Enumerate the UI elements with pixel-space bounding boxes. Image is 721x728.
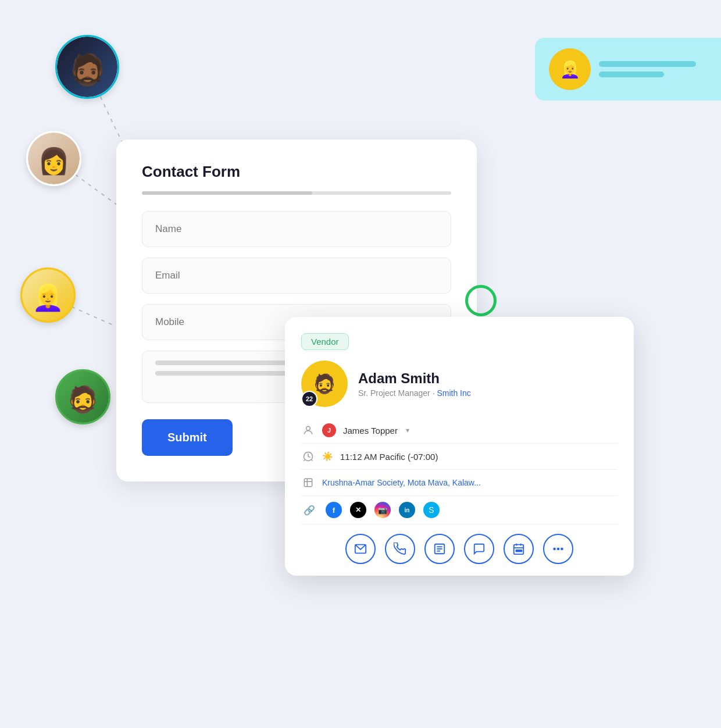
assignee-name: James Topper [343, 426, 398, 436]
profile-company: Smith Inc [437, 388, 470, 398]
avatar-person3: 👱‍♀️ [20, 267, 76, 323]
svg-rect-12 [516, 550, 517, 552]
message-action-button[interactable] [464, 534, 494, 564]
assignee-avatar: J [322, 423, 336, 437]
profile-badge: 22 [301, 391, 317, 407]
time-icon [301, 449, 315, 463]
assignee-chevron: ▾ [406, 426, 409, 434]
social-instagram-icon[interactable]: 📷 [374, 502, 391, 518]
avatar-person1: 🧔🏾 [55, 35, 119, 99]
profile-avatar-wrap: 🧔 22 [301, 361, 348, 407]
top-right-preview-card: 👱‍♀️ [535, 38, 721, 101]
svg-point-0 [306, 426, 310, 430]
submit-button[interactable]: Submit [142, 419, 233, 456]
social-link-icon[interactable]: 🔗 [301, 502, 317, 518]
profile-subtitle: Sr. Project Manager · Smith Inc [358, 388, 471, 398]
top-right-line-1 [599, 61, 696, 67]
social-skype-icon[interactable]: S [423, 502, 440, 518]
svg-rect-13 [518, 550, 520, 552]
action-buttons-row [301, 524, 618, 564]
contact-detail-card: Vendor 🧔 22 Adam Smith Sr. Project Manag… [285, 317, 634, 576]
social-x-icon[interactable]: ✕ [350, 502, 366, 518]
green-circle-decoration [465, 285, 497, 316]
social-linkedin-icon[interactable]: in [399, 502, 415, 518]
top-right-avatar: 👱‍♀️ [549, 48, 591, 90]
location-row: Krushna-Amar Society, Mota Mava, Kalaw..… [301, 470, 618, 496]
time-row: ☀️ 11:12 AM Pacific (-07:00) [301, 444, 618, 470]
more-action-button[interactable] [543, 534, 573, 564]
profile-name: Adam Smith [358, 370, 471, 387]
time-sun-icon: ☀️ [322, 451, 333, 462]
form-progress-bar [142, 191, 451, 195]
assignee-icon [301, 423, 315, 437]
svg-rect-14 [520, 550, 522, 552]
name-input[interactable] [142, 211, 451, 247]
email-input[interactable] [142, 258, 451, 294]
calendar-action-button[interactable] [504, 534, 534, 564]
email-action-button[interactable] [345, 534, 376, 564]
social-icons-row: 🔗 f ✕ 📷 in S [301, 496, 618, 522]
vendor-badge: Vendor [301, 333, 349, 350]
location-label: Krushna-Amar Society, Mota Mava, Kalaw..… [322, 478, 481, 487]
profile-row: 🧔 22 Adam Smith Sr. Project Manager · Sm… [301, 361, 618, 407]
call-action-button[interactable] [385, 534, 415, 564]
social-facebook-icon[interactable]: f [326, 502, 342, 518]
svg-point-16 [558, 548, 559, 550]
svg-point-17 [561, 548, 563, 550]
profile-title: Sr. Project Manager [358, 388, 430, 398]
time-label: 11:12 AM Pacific (-07:00) [340, 452, 438, 462]
top-right-line-2 [599, 72, 664, 77]
form-progress-fill [142, 191, 312, 195]
svg-rect-2 [304, 479, 312, 486]
svg-point-15 [554, 548, 555, 550]
form-title: Contact Form [142, 163, 451, 181]
top-right-content [599, 61, 707, 77]
profile-info: Adam Smith Sr. Project Manager · Smith I… [358, 370, 471, 398]
location-icon [301, 476, 315, 490]
notes-action-button[interactable] [424, 534, 455, 564]
avatar-person4: 🧔 [55, 369, 110, 424]
avatar-person2: 👩 [26, 131, 81, 186]
assignee-row: J James Topper ▾ [301, 417, 618, 444]
